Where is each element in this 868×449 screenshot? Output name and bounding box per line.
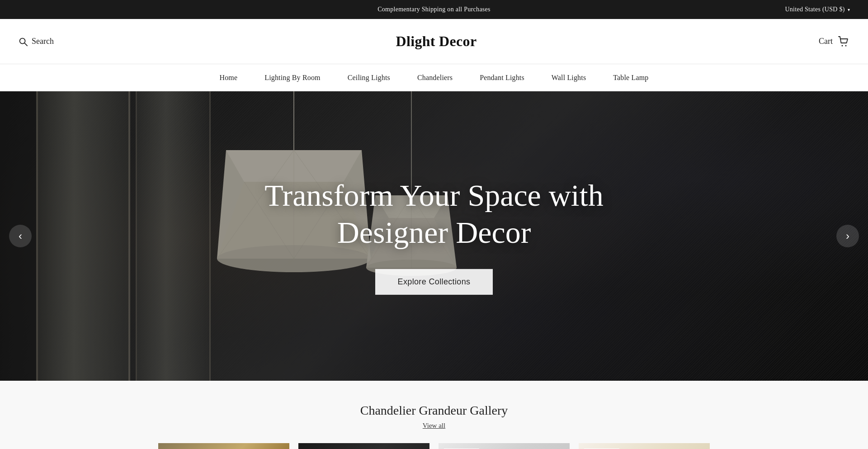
product-card-1[interactable] [158, 443, 289, 449]
view-all-link[interactable]: View all [423, 422, 445, 429]
hero-content: Transform Your Space with Designer Decor… [253, 177, 615, 295]
product-card-3[interactable]: New arrival [439, 443, 570, 449]
top-banner: Complementary Shipping on all Purchases … [0, 0, 868, 19]
svg-point-2 [842, 45, 843, 46]
nav-item-pendant-lights[interactable]: Pendant Lights [480, 72, 524, 84]
nav-item-table-lamp[interactable]: Table Lamp [613, 72, 648, 84]
hero-prev-button[interactable]: ‹ [9, 225, 32, 247]
search-button[interactable]: Search [18, 37, 54, 47]
nav-item-ceiling-lights[interactable]: Ceiling Lights [348, 72, 390, 84]
svg-line-1 [24, 43, 27, 46]
gallery-view-all-wrapper: View all [18, 421, 850, 430]
next-arrow-icon: › [846, 230, 849, 242]
header: Search Dlight Decor Cart [0, 19, 868, 64]
site-logo[interactable]: Dlight Decor [54, 33, 819, 50]
search-icon [18, 37, 28, 47]
product-card-4[interactable]: New arrival [579, 443, 710, 449]
gallery-section: Chandelier Grandeur Gallery View all New… [0, 381, 868, 449]
banner-message: Complementary Shipping on all Purchases [377, 6, 491, 13]
nav-item-chandeliers[interactable]: Chandeliers [417, 72, 453, 84]
main-nav: Home Lighting By Room Ceiling Lights Cha… [0, 64, 868, 91]
cart-label: Cart [819, 37, 833, 46]
product-card-2[interactable] [298, 443, 429, 449]
cart-icon [837, 35, 850, 48]
nav-item-home[interactable]: Home [219, 72, 237, 84]
svg-point-3 [845, 45, 847, 46]
chevron-down-icon: ▾ [848, 7, 850, 12]
cart-button[interactable]: Cart [819, 35, 850, 48]
hero-section: Transform Your Space with Designer Decor… [0, 91, 868, 381]
search-label: Search [32, 37, 54, 46]
nav-item-wall-lights[interactable]: Wall Lights [552, 72, 586, 84]
explore-collections-button[interactable]: Explore Collections [375, 269, 493, 295]
product-grid: New arrival New arrival [18, 443, 850, 449]
region-selector[interactable]: United States (USD $) ▾ [785, 6, 850, 13]
prev-arrow-icon: ‹ [19, 230, 22, 242]
hero-next-button[interactable]: › [836, 225, 859, 247]
region-label: United States (USD $) [785, 6, 844, 13]
gallery-title: Chandelier Grandeur Gallery [18, 403, 850, 418]
nav-item-lighting-by-room[interactable]: Lighting By Room [264, 72, 320, 84]
hero-title: Transform Your Space with Designer Decor [253, 177, 615, 251]
